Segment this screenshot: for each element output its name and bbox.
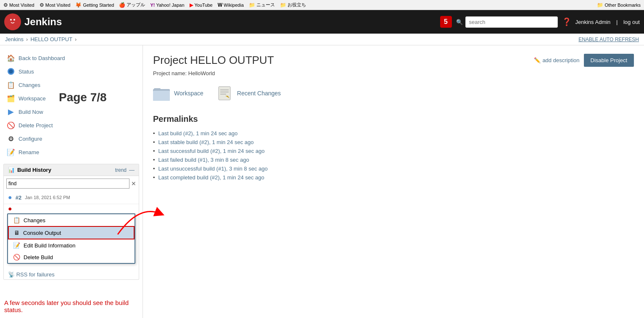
context-changes-icon: 📋 bbox=[13, 217, 20, 223]
help-icon[interactable]: ❓ bbox=[562, 17, 571, 26]
bookmark-most-visited-1[interactable]: ⚙ Most Visited bbox=[3, 2, 34, 8]
context-delete-label: Delete Build bbox=[24, 254, 53, 260]
find-input[interactable] bbox=[6, 179, 129, 189]
jenkins-logo[interactable]: Jenkins bbox=[4, 13, 62, 30]
sidebar-item-delete-project[interactable]: 🚫 Delete Project bbox=[0, 118, 143, 132]
context-menu-changes[interactable]: 📋 Changes bbox=[8, 214, 135, 226]
breadcrumb-bar: Jenkins › HELLO OUTPUT › ENABLE AUTO REF… bbox=[0, 34, 644, 45]
svg-rect-7 bbox=[153, 91, 170, 101]
breadcrumb-jenkins[interactable]: Jenkins bbox=[5, 36, 24, 42]
bookmark-yahoo[interactable]: Y! Yahoo! Japan bbox=[150, 3, 184, 8]
context-menu-delete-build[interactable]: 🚫 Delete Build bbox=[8, 251, 135, 263]
sidebar-build-now-label: Build Now bbox=[18, 109, 43, 115]
sidebar-back-label: Back to Dashboard bbox=[18, 55, 65, 61]
jenkins-icon bbox=[4, 13, 21, 30]
jenkins-title: Jenkins bbox=[24, 16, 62, 28]
delete-project-icon: 🚫 bbox=[7, 121, 15, 129]
context-menu-console-output[interactable]: 🖥 Console Output bbox=[8, 226, 135, 239]
context-changes-label: Changes bbox=[24, 217, 45, 223]
workspace-folder-icon bbox=[153, 85, 170, 102]
permalink-last-successful-link[interactable]: Last successful build (#2), 1 min 24 sec… bbox=[158, 148, 265, 154]
bookmark-most-visited-2[interactable]: ⚙ Most Visited bbox=[40, 2, 71, 8]
folder-icon-news: 📁 bbox=[249, 2, 255, 8]
add-description-link[interactable]: ✏️ add description bbox=[534, 54, 579, 67]
svg-point-5 bbox=[9, 69, 13, 74]
permalink-list: Last build (#2), 1 min 24 sec ago Last s… bbox=[153, 129, 634, 182]
bookmark-youtube[interactable]: ▶ YouTube bbox=[190, 2, 213, 8]
breadcrumb-hello-output[interactable]: HELLO OUTPUT bbox=[30, 36, 72, 42]
recent-changes-icon bbox=[216, 85, 233, 102]
firefox-icon: 🦊 bbox=[75, 2, 82, 8]
bookmark-icon: ⚙ bbox=[3, 2, 8, 8]
permalink-last-completed-link[interactable]: Last completed build (#2), 1 min 24 sec … bbox=[158, 174, 264, 181]
disable-project-button[interactable]: Disable Project bbox=[584, 54, 634, 67]
notification-badge[interactable]: 5 bbox=[440, 16, 452, 28]
sidebar-item-rename[interactable]: 📝 Rename bbox=[0, 145, 143, 159]
permalink-last-unsuccessful-link[interactable]: Last unsuccessful build (#1), 3 min 8 se… bbox=[158, 166, 268, 172]
bookmark-getting-started[interactable]: 🦊 Getting Started bbox=[75, 2, 114, 8]
enable-auto-refresh-link[interactable]: ENABLE AUTO REFRESH bbox=[578, 37, 639, 42]
permalinks-title: Permalinks bbox=[153, 114, 634, 124]
workspace-link[interactable]: Workspace bbox=[174, 90, 203, 97]
recent-changes-section-link[interactable]: Recent Changes bbox=[216, 85, 281, 102]
permalink-last-stable-link[interactable]: Last stable build (#2), 1 min 24 sec ago bbox=[158, 139, 254, 145]
find-container: ✕ bbox=[4, 176, 139, 191]
bookmark-other[interactable]: 📁 Other Bookmarks bbox=[597, 2, 641, 8]
sidebar-item-build-now[interactable]: ▶ Build Now bbox=[0, 105, 143, 118]
bookmark-wikipedia[interactable]: W Wikipedia bbox=[218, 2, 244, 8]
trend-dash: — bbox=[129, 167, 135, 173]
workspace-icon: 🗂️ bbox=[7, 94, 15, 102]
workspace-section-link[interactable]: Workspace bbox=[153, 85, 203, 102]
search-input[interactable] bbox=[465, 16, 558, 28]
context-menu-edit-build[interactable]: 📝 Edit Build Information bbox=[8, 239, 135, 251]
build-status-icon-failed: ● bbox=[8, 205, 12, 212]
recent-changes-link[interactable]: Recent Changes bbox=[237, 90, 281, 97]
sidebar-item-configure[interactable]: ⚙ Configure bbox=[0, 132, 143, 145]
trend-link[interactable]: trend bbox=[115, 167, 127, 173]
sidebar-configure-label: Configure bbox=[18, 136, 42, 142]
sidebar-changes-label: Changes bbox=[18, 82, 40, 88]
context-edit-label: Edit Build Information bbox=[24, 242, 76, 249]
permalink-last-failed: Last failed build (#1), 3 min 8 sec ago bbox=[153, 155, 634, 164]
permalink-last-stable: Last stable build (#2), 1 min 24 sec ago bbox=[153, 138, 634, 147]
logout-link[interactable]: log out bbox=[623, 19, 640, 25]
build-date: Jan 18, 2021 6:52 PM bbox=[25, 195, 70, 200]
content-actions: ✏️ add description Disable Project bbox=[534, 54, 634, 67]
sidebar-item-status[interactable]: Status bbox=[0, 65, 143, 78]
bookmark-apple[interactable]: 🍎 アップル bbox=[119, 2, 145, 8]
sidebar-item-changes[interactable]: 📋 Changes bbox=[0, 78, 143, 92]
permalink-last-build: Last build (#2), 1 min 24 sec ago bbox=[153, 129, 634, 138]
build-history-title: 📊 Build History bbox=[8, 167, 51, 173]
main-content: Project HELLO OUTPUT Project name: Hello… bbox=[143, 45, 644, 318]
folder-icon-useful: 📁 bbox=[280, 2, 286, 8]
breadcrumb-sep-1: › bbox=[26, 36, 28, 42]
sidebar-item-back-to-dashboard[interactable]: 🏠 Back to Dashboard bbox=[0, 51, 143, 65]
bookmark-icon-2: ⚙ bbox=[40, 2, 44, 8]
changes-icon: 📋 bbox=[7, 81, 15, 89]
bookmark-useful[interactable]: 📁 お役立ち bbox=[280, 2, 306, 8]
edit-icon: ✏️ bbox=[534, 57, 541, 63]
find-clear-button[interactable]: ✕ bbox=[131, 180, 136, 187]
permalink-last-failed-link[interactable]: Last failed build (#1), 3 min 8 sec ago bbox=[158, 157, 249, 163]
rss-failures-link[interactable]: 📡 RSS for failures bbox=[8, 271, 55, 278]
permalink-last-build-link[interactable]: Last build (#2), 1 min 24 sec ago bbox=[158, 130, 238, 137]
build-number-link[interactable]: #2 bbox=[16, 194, 21, 201]
build-now-icon: ▶ bbox=[7, 108, 15, 116]
svg-point-2 bbox=[10, 19, 12, 21]
sidebar-rename-label: Rename bbox=[18, 149, 39, 155]
breadcrumb-sep-2: › bbox=[75, 36, 77, 42]
build-entry-2[interactable]: ● #2 Jan 18, 2021 6:52 PM bbox=[4, 191, 139, 204]
bookmark-news[interactable]: 📁 ニュース bbox=[249, 2, 275, 8]
sidebar-workspace-label: Workspace bbox=[18, 95, 46, 102]
jenkins-header: Jenkins 5 🔍 ❓ Jenkins Admin | log out bbox=[0, 10, 644, 34]
page-indicator: Page 7/8 bbox=[59, 91, 107, 104]
search-container: 🔍 bbox=[456, 16, 558, 28]
sidebar-status-label: Status bbox=[18, 68, 34, 75]
youtube-icon: ▶ bbox=[190, 2, 193, 8]
yahoo-icon: Y! bbox=[150, 3, 155, 8]
svg-rect-9 bbox=[219, 87, 230, 100]
folder-icon-other: 📁 bbox=[597, 2, 603, 8]
sidebar-delete-label: Delete Project bbox=[18, 122, 53, 129]
permalink-last-successful: Last successful build (#2), 1 min 24 sec… bbox=[153, 147, 634, 155]
context-edit-icon: 📝 bbox=[13, 242, 20, 249]
